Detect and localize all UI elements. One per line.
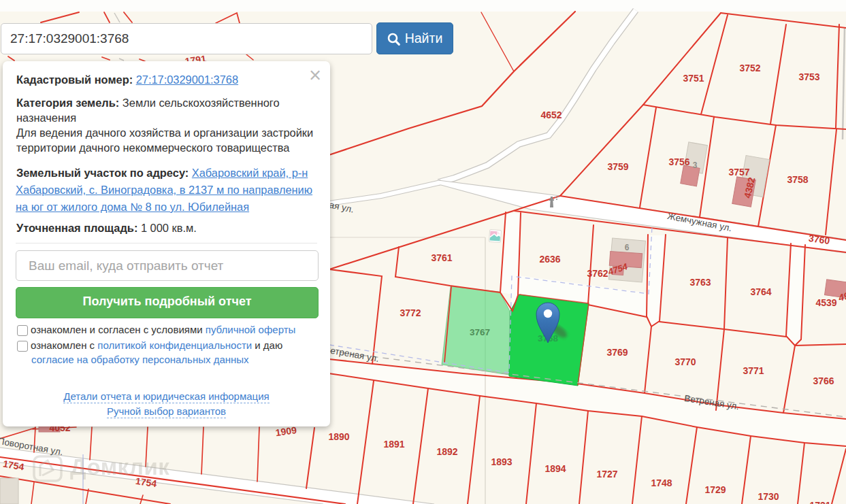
svg-text:3759: 3759 xyxy=(607,161,628,172)
svg-text:6: 6 xyxy=(625,243,630,252)
svg-text:1727: 1727 xyxy=(596,469,617,480)
svg-text:3752: 3752 xyxy=(739,63,760,73)
svg-text:3772: 3772 xyxy=(400,307,421,318)
svg-text:3769: 3769 xyxy=(606,347,628,358)
svg-text:1729: 1729 xyxy=(704,484,726,495)
svg-text:49: 49 xyxy=(836,290,846,303)
svg-text:3751: 3751 xyxy=(683,73,704,84)
svg-text:3: 3 xyxy=(693,161,698,170)
svg-text:4539: 4539 xyxy=(815,297,836,308)
svg-text:3763: 3763 xyxy=(689,277,711,288)
svg-text:2636: 2636 xyxy=(539,254,560,265)
svg-text:3771: 3771 xyxy=(743,365,764,376)
svg-text:3756: 3756 xyxy=(668,156,689,167)
svg-text:4652: 4652 xyxy=(540,110,562,120)
svg-text:3761: 3761 xyxy=(431,252,452,263)
svg-text:1730: 1730 xyxy=(758,491,779,502)
svg-text:1893: 1893 xyxy=(491,456,512,467)
svg-text:3757: 3757 xyxy=(728,167,749,178)
svg-text:3762: 3762 xyxy=(587,268,608,279)
svg-text:3766: 3766 xyxy=(813,375,834,386)
svg-text:1892: 1892 xyxy=(436,446,457,457)
svg-text:3758: 3758 xyxy=(787,174,808,185)
svg-text:1731: 1731 xyxy=(809,500,830,504)
svg-text:1891: 1891 xyxy=(383,439,404,450)
svg-text:3753: 3753 xyxy=(798,71,819,82)
svg-text:3767: 3767 xyxy=(470,327,490,337)
svg-text:1890: 1890 xyxy=(328,431,349,442)
svg-text:3770: 3770 xyxy=(674,356,696,367)
svg-text:1894: 1894 xyxy=(544,463,566,474)
svg-text:Домклик: Домклик xyxy=(70,454,169,480)
svg-text:3764: 3764 xyxy=(750,286,771,297)
svg-text:1748: 1748 xyxy=(651,477,672,488)
